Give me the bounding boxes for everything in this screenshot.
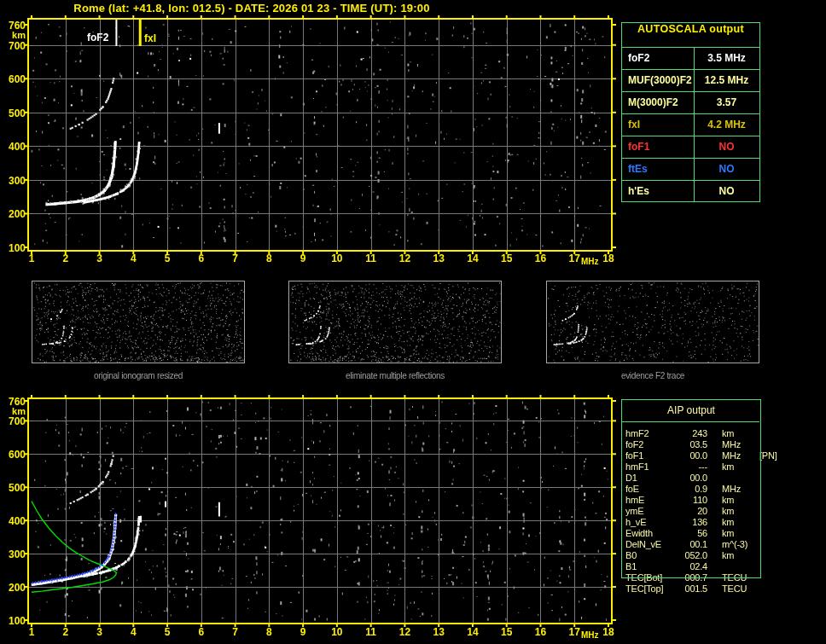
aip-value: 243 bbox=[675, 428, 707, 438]
aip-param: foF2 bbox=[625, 439, 675, 450]
aip-param: Ewidth bbox=[625, 528, 675, 538]
aip-row: DelN_vE00.1m^(-3) bbox=[625, 539, 759, 550]
autoscala-value: 4.2 MHz bbox=[694, 114, 759, 136]
x-tick-label: 16 bbox=[530, 626, 550, 638]
y-tick-label: 600 bbox=[2, 449, 26, 461]
x-tick-label: 10 bbox=[327, 626, 347, 638]
autoscala-row: fxI4.2 MHz bbox=[622, 114, 759, 136]
x-tick-label: 8 bbox=[259, 626, 279, 638]
y-tick-label: 300 bbox=[2, 175, 26, 187]
y-tick-label: 760 bbox=[2, 20, 26, 32]
aip-row: hmF1---km bbox=[625, 461, 759, 473]
aip-param: hmE bbox=[625, 495, 675, 505]
x-tick-label: 11 bbox=[361, 626, 381, 638]
station-title: Rome (lat: +41.8, lon: 012.5) - DATE: 20… bbox=[51, 2, 452, 15]
x-tick-label: 4 bbox=[123, 252, 143, 264]
x-tick-label: 14 bbox=[462, 252, 483, 264]
y-tick-label: 500 bbox=[2, 107, 26, 119]
x-tick-label: 15 bbox=[497, 252, 517, 264]
aip-value: 00.0 bbox=[675, 450, 707, 461]
aip-row: B102.4 bbox=[625, 561, 759, 572]
aip-row: TEC[Top]001.5TECU bbox=[625, 583, 759, 595]
x-tick-label: 4 bbox=[123, 626, 143, 638]
autoscala-value: 3.57 bbox=[694, 92, 759, 113]
aip-param: TEC[Bot] bbox=[625, 572, 675, 583]
x-tick-label: 13 bbox=[428, 252, 449, 264]
x-tick-label: 5 bbox=[157, 252, 177, 264]
autoscala-output-table: AUTOSCALA output foF23.5 MHzMUF(3000)F21… bbox=[621, 22, 760, 202]
aip-value: 110 bbox=[675, 495, 707, 505]
x-tick-label: 7 bbox=[225, 252, 246, 264]
aip-param: hmF2 bbox=[625, 428, 675, 438]
x-tick-label: 15 bbox=[497, 626, 517, 638]
aip-unit: MHz bbox=[722, 439, 759, 450]
aip-row: h_vE136km bbox=[625, 517, 759, 528]
panel-caption-original: original ionogram resized bbox=[40, 370, 236, 380]
panel-caption-eliminate: eliminate multiple reflections bbox=[297, 370, 493, 380]
aip-row: TEC[Bot]000.7TECU bbox=[625, 572, 759, 583]
aip-note: [PN] bbox=[759, 450, 777, 461]
panel-caption-evidence: evidence F2 trace bbox=[555, 370, 751, 380]
aip-table-header: AIP output bbox=[621, 404, 761, 416]
autoscala-value: 3.5 MHz bbox=[694, 48, 759, 69]
aip-param: ymE bbox=[625, 506, 675, 516]
autoscala-value: NO bbox=[694, 159, 759, 180]
autoscala-column-divider bbox=[694, 48, 695, 201]
y-tick-label: 200 bbox=[2, 208, 26, 220]
aip-value: 136 bbox=[675, 517, 707, 527]
aip-value: 00.0 bbox=[675, 473, 707, 483]
autoscala-row: foF1NO bbox=[622, 136, 759, 159]
autoscala-param: h'Es bbox=[622, 181, 694, 201]
aip-value: 000.7 bbox=[675, 572, 707, 583]
x-tick-label: 11 bbox=[361, 252, 381, 264]
aip-unit: TECU bbox=[722, 583, 759, 594]
aip-row: foF203.5MHz bbox=[625, 439, 759, 450]
aip-row: hmE110km bbox=[625, 495, 759, 506]
aip-row: foF100.0MHz[PN] bbox=[625, 450, 777, 461]
x-tick-label: 5 bbox=[157, 626, 177, 638]
aip-unit: km bbox=[722, 428, 759, 438]
x-tick-label: 10 bbox=[327, 252, 347, 264]
aip-param: hmF1 bbox=[625, 461, 675, 472]
autoscala-param: foF2 bbox=[622, 48, 694, 69]
aip-value: 00.1 bbox=[675, 539, 707, 549]
x-tick-label: 7 bbox=[225, 626, 246, 638]
x-tick-label: 13 bbox=[428, 626, 449, 638]
x-tick-label: 12 bbox=[394, 626, 415, 638]
autoscala-row: MUF(3000)F212.5 MHz bbox=[622, 70, 759, 92]
aip-value: 02.4 bbox=[675, 561, 707, 571]
aip-unit: m^(-3) bbox=[722, 539, 759, 549]
aip-unit: km bbox=[722, 550, 759, 560]
y-tick-label: 300 bbox=[2, 548, 26, 560]
y-tick-label: 700 bbox=[2, 40, 26, 52]
y-tick-label: 400 bbox=[2, 515, 26, 527]
aip-value: 56 bbox=[675, 528, 707, 538]
autoscala-param: MUF(3000)F2 bbox=[622, 70, 694, 91]
aip-row: Ewidth56km bbox=[625, 528, 759, 539]
aip-value: 052.0 bbox=[675, 550, 707, 560]
aip-value: 0.9 bbox=[675, 484, 707, 494]
autoscala-param: fxI bbox=[622, 114, 694, 136]
aip-param: B1 bbox=[625, 561, 675, 571]
y-tick-label: 700 bbox=[2, 415, 26, 427]
autoscala-row: ftEsNO bbox=[622, 159, 759, 181]
fxI-marker-label: fxI bbox=[144, 32, 156, 44]
aip-row: D100.0 bbox=[625, 473, 759, 484]
x-tick-label: 2 bbox=[55, 252, 76, 264]
aip-row: hmF2243km bbox=[625, 428, 759, 439]
aip-unit: km bbox=[722, 517, 759, 527]
x-tick-label: 3 bbox=[90, 626, 110, 638]
x-tick-label: 9 bbox=[293, 626, 313, 638]
y-tick-label: 600 bbox=[2, 73, 26, 85]
aip-unit: km bbox=[722, 495, 759, 505]
autoscala-value: 12.5 MHz bbox=[694, 70, 759, 91]
aip-param: D1 bbox=[625, 473, 675, 483]
aip-param: foF1 bbox=[625, 450, 675, 461]
y-tick-label: 400 bbox=[2, 141, 26, 153]
aip-header-divider bbox=[622, 421, 759, 422]
aip-unit: km bbox=[722, 461, 759, 472]
autoscala-row: foF23.5 MHz bbox=[622, 48, 759, 70]
autoscala-row: h'EsNO bbox=[622, 181, 759, 201]
x-tick-label: 16 bbox=[530, 252, 550, 264]
autoscala-table-header: AUTOSCALA output bbox=[622, 23, 759, 48]
